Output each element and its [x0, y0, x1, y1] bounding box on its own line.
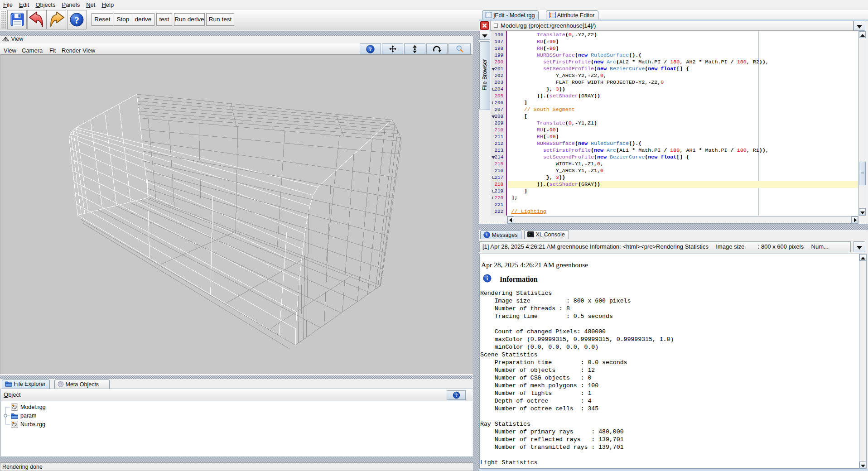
svg-text:Model.rgg: Model.rgg [20, 404, 46, 410]
svg-text:i: i [487, 275, 488, 282]
svg-text:Nurbs.rgg: Nurbs.rgg [20, 421, 45, 428]
svg-text:?: ? [369, 46, 371, 53]
svg-text:i: i [486, 232, 487, 237]
svg-text:?: ? [74, 14, 79, 26]
svg-text:?: ? [455, 393, 457, 398]
svg-text:param: param [20, 413, 36, 419]
